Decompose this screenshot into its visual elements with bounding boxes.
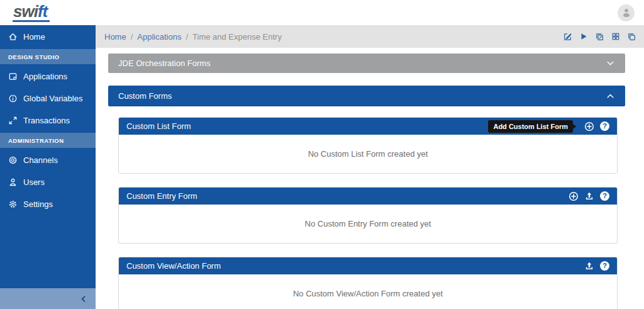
help-circle-icon[interactable]: ?: [600, 191, 609, 201]
add-custom-list-form-tooltip: Add Custom List Form: [488, 120, 573, 133]
copy-icon[interactable]: [627, 32, 636, 42]
sidebar-item-users[interactable]: Users: [0, 171, 96, 193]
panel-header: Custom Entry Form: [119, 188, 617, 205]
breadcrumb-separator: /: [186, 32, 188, 42]
panel-actions: Add Custom List Form ?: [488, 120, 609, 133]
empty-state-text: No Custom View/Action Form created yet: [293, 289, 443, 298]
panel-custom-view-action-form: Custom View/Action Form ?: [118, 257, 618, 309]
sidebar-item-label: Users: [23, 177, 45, 187]
sidebar-section-administration: ADMINISTRATION: [0, 133, 96, 148]
applications-icon: [8, 72, 18, 81]
swift-logo[interactable]: swift: [13, 3, 50, 22]
accordion-custom-forms[interactable]: Custom Forms: [108, 86, 625, 106]
panel-empty-state: No Custom View/Action Form created yet: [119, 274, 617, 309]
content-area: JDE Orchestration Forms Custom Forms: [96, 48, 644, 309]
panel-title: Custom View/Action Form: [126, 261, 221, 271]
sidebar-item-label: Settings: [23, 199, 53, 209]
section-label: ADMINISTRATION: [8, 137, 64, 144]
custom-forms-panels: Custom List Form Add Custom List Form ?: [108, 117, 625, 309]
upload-icon[interactable]: [584, 191, 594, 201]
sidebar-item-label: Global Variables: [23, 94, 82, 103]
user-icon: [8, 177, 18, 187]
breadcrumb-link-home[interactable]: Home: [104, 32, 126, 42]
panel-custom-entry-form: Custom Entry Form: [118, 187, 618, 244]
gear-icon: [8, 199, 18, 209]
top-header: swift: [0, 0, 644, 25]
panel-title: Custom Entry Form: [126, 191, 197, 201]
panel-actions: ?: [569, 191, 609, 201]
accordion-title: Custom Forms: [118, 91, 172, 101]
chevron-up-icon[interactable]: [606, 91, 615, 101]
panel-actions: ?: [584, 261, 609, 271]
breadcrumb-separator: /: [131, 32, 133, 42]
sidebar-item-label: Applications: [23, 72, 67, 81]
sidebar-item-label: Transactions: [23, 116, 70, 125]
help-circle-icon[interactable]: ?: [600, 121, 609, 131]
accordion-title: JDE Orchestration Forms: [118, 59, 211, 68]
sidebar: Home DESIGN STUDIO Applications Global V…: [0, 25, 96, 309]
sidebar-item-applications[interactable]: Applications: [0, 65, 96, 87]
add-circle-icon[interactable]: [584, 121, 594, 132]
empty-state-text: No Custom List Form created yet: [308, 149, 428, 159]
duplicate-edit-icon[interactable]: [595, 32, 604, 42]
logo-text-blue: ft: [38, 2, 47, 21]
sidebar-item-channels[interactable]: Channels: [0, 149, 96, 171]
breadcrumb-current-page: Time and Expense Entry: [192, 32, 282, 42]
user-avatar-icon[interactable]: [618, 4, 635, 21]
sidebar-section-design-studio: DESIGN STUDIO: [0, 49, 96, 64]
globe-wheel-icon: [8, 155, 18, 165]
upload-icon[interactable]: [584, 261, 594, 271]
panel-title: Custom List Form: [126, 121, 191, 131]
breadcrumb-link-applications[interactable]: Applications: [137, 32, 181, 42]
sidebar-item-settings[interactable]: Settings: [0, 193, 96, 215]
play-icon[interactable]: [579, 32, 588, 41]
add-circle-icon[interactable]: [569, 191, 579, 201]
panel-custom-list-form: Custom List Form Add Custom List Form ?: [118, 117, 618, 174]
sidebar-item-transactions[interactable]: Transactions: [0, 110, 96, 132]
app-window: swift Home DESIGN STUDIO: [0, 0, 644, 309]
expand-arrows-icon: [8, 116, 18, 125]
sidebar-item-home[interactable]: Home: [0, 25, 96, 48]
section-label: DESIGN STUDIO: [8, 53, 59, 60]
panel-empty-state: No Custom Entry Form created yet: [119, 205, 617, 243]
main-column: Home / Applications / Time and Expense E…: [96, 25, 644, 309]
panel-header: Custom List Form Add Custom List Form ?: [119, 118, 617, 135]
accordion-jde-orchestration-forms[interactable]: JDE Orchestration Forms: [108, 53, 625, 73]
breadcrumb: Home / Applications / Time and Expense E…: [96, 25, 644, 48]
info-circle-icon: [8, 94, 18, 103]
help-circle-icon[interactable]: ?: [600, 261, 609, 271]
logo-text-gray: swi: [13, 2, 38, 21]
panel-header: Custom View/Action Form ?: [119, 257, 617, 274]
edit-icon[interactable]: [563, 32, 572, 42]
widgets-icon[interactable]: [611, 32, 620, 41]
sidebar-collapse-button[interactable]: [0, 288, 96, 309]
sidebar-item-global-variables[interactable]: Global Variables: [0, 87, 96, 110]
sidebar-item-label: Home: [23, 32, 45, 42]
panel-empty-state: No Custom List Form created yet: [119, 135, 617, 173]
chevron-down-icon[interactable]: [606, 59, 615, 68]
sidebar-item-label: Channels: [23, 155, 58, 165]
body-row: Home DESIGN STUDIO Applications Global V…: [0, 25, 644, 309]
person-icon: [621, 7, 632, 18]
chevron-left-icon: [79, 295, 88, 303]
breadcrumb-toolbar: [563, 32, 636, 42]
empty-state-text: No Custom Entry Form created yet: [305, 219, 431, 228]
home-icon: [8, 32, 18, 42]
